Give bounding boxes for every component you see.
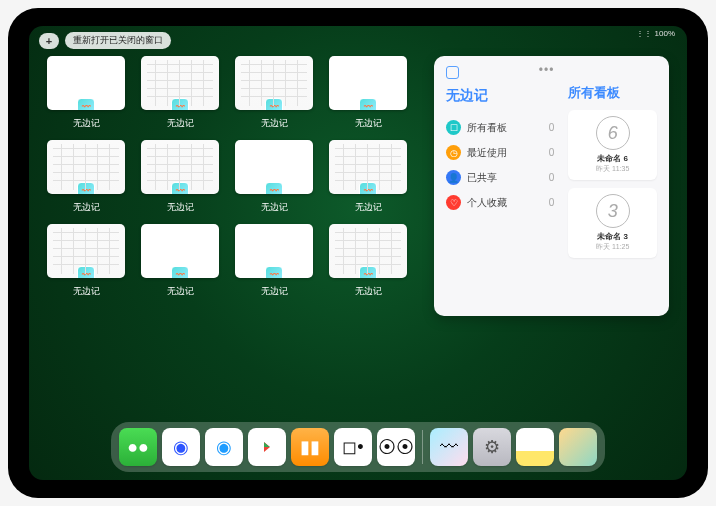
- dock-app-settings[interactable]: ⚙︎: [473, 428, 511, 466]
- window-thumbnail[interactable]: 无边记: [235, 224, 313, 298]
- panel-content: 所有看板 6未命名 6昨天 11:353未命名 3昨天 11:25: [568, 66, 657, 306]
- dock-app-books[interactable]: ▮▮: [291, 428, 329, 466]
- all-icon: ☐: [446, 120, 461, 135]
- window-thumbnail[interactable]: 无边记: [47, 224, 125, 298]
- window-preview: [141, 56, 219, 110]
- board-date: 昨天 11:25: [596, 242, 629, 252]
- board-card[interactable]: 6未命名 6昨天 11:35: [568, 110, 657, 180]
- sidebar-item-count: 0: [549, 122, 555, 133]
- window-thumbnail[interactable]: 无边记: [329, 56, 407, 130]
- window-label: 无边记: [73, 285, 100, 298]
- new-window-button[interactable]: +: [39, 33, 59, 49]
- sidebar-item-label: 已共享: [467, 171, 497, 185]
- window-preview: [47, 140, 125, 194]
- window-preview: [47, 224, 125, 278]
- recent-icon: ◷: [446, 145, 461, 160]
- window-thumbnail[interactable]: 无边记: [141, 56, 219, 130]
- window-label: 无边记: [167, 285, 194, 298]
- freeform-app-icon: [77, 266, 95, 278]
- freeform-app-icon: [171, 266, 189, 278]
- sidebar-item-label: 所有看板: [467, 121, 507, 135]
- window-preview: [235, 140, 313, 194]
- window-label: 无边记: [355, 285, 382, 298]
- dock-app-qqbrowser[interactable]: ◉: [205, 428, 243, 466]
- window-label: 无边记: [261, 117, 288, 130]
- top-controls: + 重新打开已关闭的窗口: [39, 32, 171, 49]
- window-thumbnail[interactable]: 无边记: [141, 140, 219, 214]
- board-thumbnail: 3: [596, 194, 630, 228]
- window-label: 无边记: [355, 201, 382, 214]
- window-preview: [235, 224, 313, 278]
- freeform-app-icon: [171, 98, 189, 110]
- freeform-app-icon: [359, 182, 377, 194]
- reopen-closed-window-button[interactable]: 重新打开已关闭的窗口: [65, 32, 171, 49]
- panel-sidebar: ••• 无边记 ☐所有看板0◷最近使用0👤已共享0♡个人收藏0: [446, 66, 554, 306]
- window-label: 无边记: [167, 117, 194, 130]
- window-preview: [47, 56, 125, 110]
- window-label: 无边记: [167, 201, 194, 214]
- freeform-app-icon: [77, 98, 95, 110]
- window-preview: [329, 224, 407, 278]
- sidebar-item-count: 0: [549, 197, 555, 208]
- freeform-app-icon: [265, 182, 283, 194]
- dock-app-dice[interactable]: ◻•: [334, 428, 372, 466]
- dock-app-notes[interactable]: [516, 428, 554, 466]
- panel-more-icon[interactable]: •••: [539, 63, 555, 77]
- sidebar-item-label: 最近使用: [467, 146, 507, 160]
- dock: ●● ◉ ◉ ▮▮ ◻• ⦿⦿ 〰 ⚙︎: [111, 422, 605, 472]
- window-thumbnail[interactable]: 无边记: [329, 224, 407, 298]
- panel-title: 无边记: [446, 87, 554, 105]
- window-thumbnail[interactable]: 无边记: [329, 140, 407, 214]
- board-thumbnail: 6: [596, 116, 630, 150]
- ipad-screen: ⋮⋮ 100% + 重新打开已关闭的窗口 无边记无边记无边记无边记无边记无边记无…: [29, 26, 687, 480]
- window-thumbnail[interactable]: 无边记: [235, 140, 313, 214]
- fav-icon: ♡: [446, 195, 461, 210]
- board-name: 未命名 6: [597, 153, 628, 164]
- freeform-panel[interactable]: ••• 无边记 ☐所有看板0◷最近使用0👤已共享0♡个人收藏0 所有看板 6未命…: [434, 56, 669, 316]
- freeform-app-icon: [359, 98, 377, 110]
- battery-label: 100%: [655, 29, 675, 38]
- freeform-app-icon: [77, 182, 95, 194]
- board-date: 昨天 11:35: [596, 164, 629, 174]
- window-label: 无边记: [73, 201, 100, 214]
- dock-separator: [422, 430, 423, 464]
- freeform-app-icon: [265, 98, 283, 110]
- window-thumbnail[interactable]: 无边记: [235, 56, 313, 130]
- dock-app-browser[interactable]: ◉: [162, 428, 200, 466]
- window-label: 无边记: [261, 201, 288, 214]
- window-preview: [329, 140, 407, 194]
- panel-content-title: 所有看板: [568, 84, 657, 102]
- window-thumbnail[interactable]: 无边记: [47, 56, 125, 130]
- window-grid: 无边记无边记无边记无边记无边记无边记无边记无边记无边记无边记无边记无边记: [47, 56, 416, 420]
- sidebar-toggle-icon[interactable]: [446, 66, 459, 79]
- dock-app-library[interactable]: [559, 428, 597, 466]
- sidebar-item-label: 个人收藏: [467, 196, 507, 210]
- dock-app-controller[interactable]: ⦿⦿: [377, 428, 415, 466]
- shared-icon: 👤: [446, 170, 461, 185]
- sidebar-item-recent[interactable]: ◷最近使用0: [446, 140, 554, 165]
- window-preview: [235, 56, 313, 110]
- wifi-icon: ⋮⋮: [636, 29, 652, 38]
- window-thumbnail[interactable]: 无边记: [141, 224, 219, 298]
- board-name: 未命名 3: [597, 231, 628, 242]
- window-label: 无边记: [355, 117, 382, 130]
- window-preview: [141, 224, 219, 278]
- window-label: 无边记: [261, 285, 288, 298]
- window-preview: [141, 140, 219, 194]
- sidebar-item-shared[interactable]: 👤已共享0: [446, 165, 554, 190]
- window-label: 无边记: [73, 117, 100, 130]
- sidebar-item-count: 0: [549, 172, 555, 183]
- sidebar-item-all[interactable]: ☐所有看板0: [446, 115, 554, 140]
- freeform-app-icon: [359, 266, 377, 278]
- window-thumbnail[interactable]: 无边记: [47, 140, 125, 214]
- dock-app-freeform[interactable]: 〰: [430, 428, 468, 466]
- board-card[interactable]: 3未命名 3昨天 11:25: [568, 188, 657, 258]
- freeform-app-icon: [265, 266, 283, 278]
- ipad-bezel: ⋮⋮ 100% + 重新打开已关闭的窗口 无边记无边记无边记无边记无边记无边记无…: [8, 8, 708, 498]
- dock-app-playstore[interactable]: [248, 428, 286, 466]
- sidebar-item-fav[interactable]: ♡个人收藏0: [446, 190, 554, 215]
- status-bar: ⋮⋮ 100%: [636, 29, 675, 38]
- stage-manager-area: 无边记无边记无边记无边记无边记无边记无边记无边记无边记无边记无边记无边记 •••…: [47, 56, 669, 420]
- freeform-app-icon: [171, 182, 189, 194]
- dock-app-wechat[interactable]: ●●: [119, 428, 157, 466]
